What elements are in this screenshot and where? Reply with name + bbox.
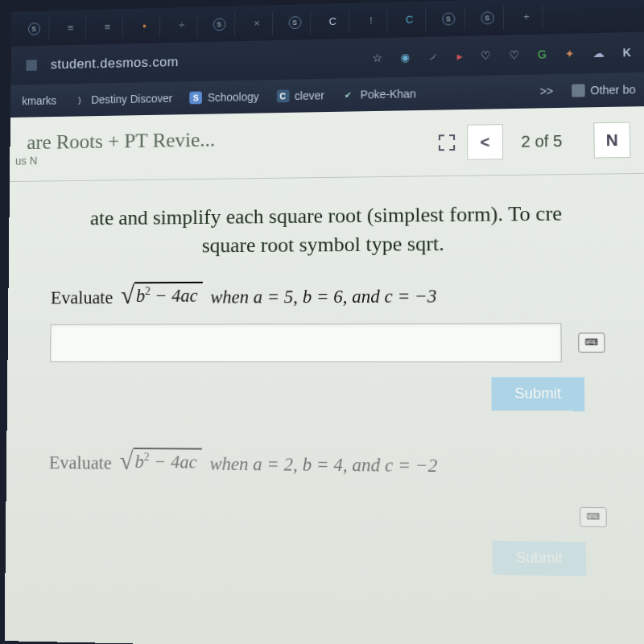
bookmark-destiny-discover[interactable]: ) Destiny Discover [73,92,172,106]
screen-counter: 2 of 5 [503,131,580,151]
browser-tab[interactable]: S [204,12,235,36]
clever-icon: C [276,89,289,102]
tab-icon: S [442,12,455,25]
new-tab[interactable]: + [510,4,543,29]
problem-2: Evaluate √ b2 − 4ac when a = 2, b = 4, a… [6,440,644,478]
bookmark-label: Other bo [590,83,635,97]
tab-icon: ! [369,14,373,27]
tab-icon: S [288,16,301,29]
site-security-icon[interactable] [26,60,36,71]
heart-icon[interactable]: ♡ [481,49,491,62]
heart-icon[interactable]: ♡ [509,48,519,61]
fullscreen-button[interactable] [439,134,456,151]
tab-icon: ÷ [179,19,184,31]
sqrt-icon: √ [121,282,134,308]
flag-icon[interactable]: ▸ [457,50,463,63]
browser-tab[interactable]: ! [356,8,388,32]
check-icon: ✔ [342,89,355,101]
when-values: when a = 5, b = 6, and c = −3 [210,286,436,308]
evaluate-label: Evaluate [49,452,112,473]
activity-header: are Roots + PT Revie... us N < 2 of 5 N [10,106,644,182]
cast-icon[interactable]: ⟋ [427,50,439,63]
cloud-icon[interactable]: ☁ [592,47,605,60]
browser-tab[interactable]: S [19,17,49,41]
browser-tab[interactable]: ≡ [56,15,86,39]
problem-1: Evaluate √ b2 − 4ac when a = 5, b = 6, a… [8,273,644,309]
browser-tab[interactable]: S [432,6,464,31]
browser-tab[interactable]: ≡ [93,14,123,39]
gear-icon[interactable]: ✦ [564,47,574,60]
url-text[interactable]: student.desmos.com [51,54,179,72]
next-label: N [606,130,618,149]
radical-expression: √ b2 − 4ac [121,282,203,308]
answer-row-1: ⌨ [7,306,644,370]
browser-tab[interactable]: S [279,10,311,35]
submit-row-2: Submit [5,528,644,603]
bookmark-label: Schoology [208,90,259,104]
instruction-text: ate and simplify each square root (simpl… [9,174,644,276]
menu-icon: ≡ [68,22,73,34]
answer-row-2: ⌨ [6,473,644,536]
submit-row-1: Submit [6,369,644,436]
bookmark-label: Poke-Khan [361,87,416,101]
star-icon[interactable]: ☆ [372,52,382,64]
evaluate-label: Evaluate [51,287,114,308]
bookmark-clever[interactable]: C clever [276,89,324,103]
close-icon: × [254,17,259,29]
bookmark-label: Destiny Discover [91,92,172,105]
chevron-left-icon: < [481,133,490,151]
browser-tab[interactable]: ÷ [167,13,198,37]
keyboard-button[interactable]: ⌨ [580,507,607,527]
submit-button-2[interactable]: Submit [493,540,587,576]
url-actions: ☆ ◉ ⟋ ▸ ♡ ♡ G ✦ ☁ K [372,46,631,64]
bookmarks-overflow[interactable]: >> [539,85,553,97]
plus-icon: + [523,10,530,23]
problem-prompt: Evaluate √ b2 − 4ac when a = 5, b = 6, a… [51,279,605,308]
browser-tab[interactable]: × [242,11,273,35]
prev-button[interactable]: < [467,124,503,160]
k-icon[interactable]: K [622,46,631,59]
keyboard-icon: ⌨ [584,337,598,348]
radical-expression: √ b2 − 4ac [119,448,201,474]
submit-button-1[interactable]: Submit [491,377,584,411]
browser-tab[interactable]: C [317,9,349,33]
when-values: when a = 2, b = 4, and c = −2 [209,453,437,476]
bookmark-label: clever [295,89,324,102]
browser-tab[interactable]: C [394,7,426,31]
screen-nav: < 2 of 5 N [467,122,630,160]
g-icon[interactable]: G [538,47,547,60]
browser-tab[interactable]: S [471,6,504,31]
tab-icon: ▪ [142,20,147,32]
keyboard-button[interactable]: ⌨ [578,332,605,353]
tab-icon: C [406,14,413,26]
tab-icon: C [329,15,336,27]
answer-input-1[interactable] [50,323,562,362]
bookmark-pokekhan[interactable]: ✔ Poke-Khan [342,87,416,101]
tab-icon: S [481,11,493,24]
menu-icon: ≡ [105,21,110,33]
folder-icon [572,84,585,97]
radicand: b2 − 4ac [134,448,202,473]
bookmarks-label: kmarks [22,94,56,107]
activity-title: are Roots + PT Revie... [27,128,215,155]
tab-icon: S [27,23,39,35]
schoology-icon: S [189,92,202,105]
extension-icon[interactable]: ◉ [400,51,410,64]
radicand: b2 − 4ac [134,282,203,307]
main-window: are Roots + PT Revie... us N < 2 of 5 N … [5,106,644,644]
next-button[interactable]: N [593,122,630,159]
browser-tab[interactable]: ▪ [130,14,161,38]
tab-icon: S [213,18,225,31]
keyboard-icon: ⌨ [587,511,601,522]
other-bookmarks[interactable]: Other bo [572,83,636,97]
bookmark-schoology[interactable]: S Schoology [189,90,258,104]
bookmark-icon: ) [73,93,85,106]
sqrt-icon: √ [119,448,133,473]
